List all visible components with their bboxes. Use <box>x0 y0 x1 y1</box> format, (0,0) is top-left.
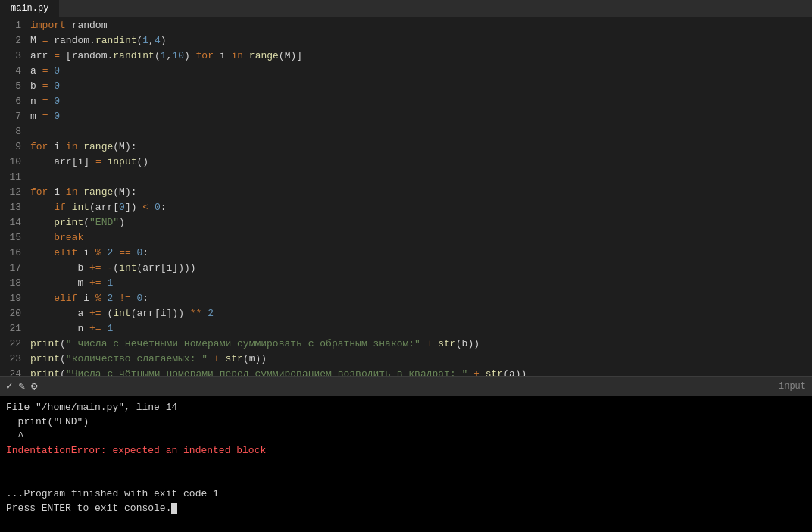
tab-bar: main.py <box>0 0 812 17</box>
line-number: 10 <box>6 155 21 170</box>
console-line: ^ <box>6 429 806 443</box>
console-line: ...Program finished with exit code 1 <box>6 487 806 501</box>
code-line: print("количество слагаемых: " + str(m)) <box>30 352 812 367</box>
line-number: 12 <box>6 185 21 200</box>
code-line <box>30 124 812 139</box>
line-number: 7 <box>6 109 21 124</box>
code-line: break <box>30 230 812 246</box>
console-line: Press ENTER to exit console. <box>6 501 806 515</box>
code-line: arr[i] = input() <box>30 155 812 170</box>
line-number: 15 <box>6 230 21 246</box>
check-icon[interactable]: ✓ <box>6 380 12 393</box>
code-line: import random <box>30 18 812 33</box>
cursor <box>171 503 177 514</box>
code-line: a = 0 <box>30 64 812 79</box>
code-line: elif i % 2 == 0: <box>30 246 812 261</box>
code-line: n += 1 <box>30 321 812 336</box>
code-line: n = 0 <box>30 94 812 109</box>
line-number: 1 <box>6 18 21 33</box>
code-line: for i in range(M): <box>30 139 812 155</box>
console-line: print("END") <box>6 415 806 429</box>
console-blank-line <box>6 458 806 472</box>
code-line: for i in range(M): <box>30 185 812 200</box>
line-number: 19 <box>6 291 21 306</box>
line-number: 5 <box>6 79 21 94</box>
line-number: 9 <box>6 139 21 155</box>
bottom-toolbar: ✓ ✎ ⚙ input <box>0 376 812 396</box>
code-line: b = 0 <box>30 79 812 94</box>
code-line: print("Числа с чётными номерами перед су… <box>30 367 812 376</box>
line-number: 16 <box>6 246 21 261</box>
line-number: 8 <box>6 124 21 139</box>
line-number: 4 <box>6 64 21 79</box>
console-line: File "/home/main.py", line 14 <box>6 400 806 415</box>
editor: 1234567891011121314151617181920212223242… <box>0 17 812 376</box>
input-label: input <box>779 381 806 392</box>
tab-label: main.py <box>11 3 48 14</box>
code-line: a += (int(arr[i])) ** 2 <box>30 306 812 321</box>
code-area: 1234567891011121314151617181920212223242… <box>0 17 812 376</box>
code-line: print(" числа с нечётными номерами сумми… <box>30 336 812 352</box>
code-line: arr = [random.randint(1,10) for i in ran… <box>30 49 812 64</box>
console-blank-line <box>6 472 806 487</box>
line-number: 14 <box>6 215 21 230</box>
line-numbers: 1234567891011121314151617181920212223242… <box>0 17 27 376</box>
code-line: m += 1 <box>30 276 812 291</box>
line-number: 24 <box>6 367 21 376</box>
code-line <box>30 170 812 185</box>
line-number: 2 <box>6 33 21 49</box>
code-line: M = random.randint(1,4) <box>30 33 812 49</box>
line-number: 11 <box>6 170 21 185</box>
code-line: print("END") <box>30 215 812 230</box>
line-number: 22 <box>6 336 21 352</box>
line-number: 20 <box>6 306 21 321</box>
code-line: if int(arr[0]) < 0: <box>30 200 812 215</box>
edit-icon[interactable]: ✎ <box>18 380 24 393</box>
line-number: 23 <box>6 352 21 367</box>
active-tab[interactable]: main.py <box>0 0 59 17</box>
console-line: IndentationError: expected an indented b… <box>6 443 806 458</box>
line-number: 6 <box>6 94 21 109</box>
line-number: 21 <box>6 321 21 336</box>
code-line: elif i % 2 != 0: <box>30 291 812 306</box>
code-line: b += -(int(arr[i]))) <box>30 261 812 276</box>
line-number: 17 <box>6 261 21 276</box>
code-line: m = 0 <box>30 109 812 124</box>
console-area: File "/home/main.py", line 14 print("END… <box>0 396 812 532</box>
line-number: 3 <box>6 49 21 64</box>
line-number: 18 <box>6 276 21 291</box>
code-content[interactable]: import randomM = random.randint(1,4)arr … <box>27 17 812 376</box>
line-number: 13 <box>6 200 21 215</box>
settings-icon[interactable]: ⚙ <box>31 380 37 393</box>
